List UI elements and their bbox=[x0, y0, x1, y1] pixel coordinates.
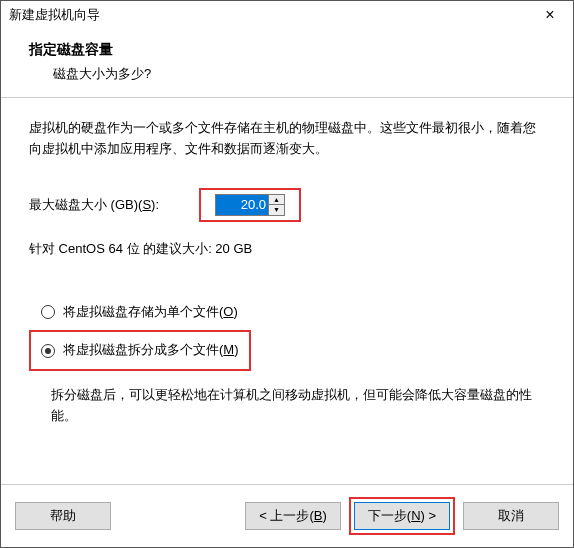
back-button[interactable]: < 上一步(B) bbox=[245, 502, 341, 530]
page-title: 指定磁盘容量 bbox=[29, 41, 545, 59]
spinner-down-icon[interactable]: ▼ bbox=[269, 205, 284, 215]
recommended-size-text: 针对 CentOS 64 位 的建议大小: 20 GB bbox=[29, 240, 545, 258]
disk-size-label: 最大磁盘大小 (GB)(S): bbox=[29, 196, 159, 214]
help-button[interactable]: 帮助 bbox=[15, 502, 111, 530]
next-button-highlight: 下一步(N) > bbox=[349, 497, 455, 535]
radio-icon bbox=[41, 344, 55, 358]
radio-multi-label: 将虚拟磁盘拆分成多个文件(M) bbox=[63, 338, 239, 363]
close-icon[interactable]: × bbox=[535, 6, 565, 24]
radio-multi-highlight: 将虚拟磁盘拆分成多个文件(M) bbox=[29, 330, 251, 371]
next-button[interactable]: 下一步(N) > bbox=[354, 502, 450, 530]
split-description: 拆分磁盘后，可以更轻松地在计算机之间移动虚拟机，但可能会降低大容量磁盘的性能。 bbox=[29, 385, 545, 427]
disk-size-input[interactable] bbox=[216, 195, 268, 215]
disk-size-spinner[interactable]: ▲ ▼ bbox=[215, 194, 285, 216]
window-title: 新建虚拟机向导 bbox=[9, 6, 100, 24]
wizard-header: 指定磁盘容量 磁盘大小为多少? bbox=[1, 29, 573, 98]
titlebar: 新建虚拟机向导 × bbox=[1, 1, 573, 29]
page-subtitle: 磁盘大小为多少? bbox=[29, 65, 545, 83]
disk-size-highlight: ▲ ▼ bbox=[199, 188, 301, 222]
disk-storage-options: 将虚拟磁盘存储为单个文件(O) 将虚拟磁盘拆分成多个文件(M) 拆分磁盘后，可以… bbox=[29, 300, 545, 427]
description-text: 虚拟机的硬盘作为一个或多个文件存储在主机的物理磁盘中。这些文件最初很小，随着您向… bbox=[29, 118, 545, 160]
spinner-up-icon[interactable]: ▲ bbox=[269, 195, 284, 205]
radio-single-label: 将虚拟磁盘存储为单个文件(O) bbox=[63, 300, 238, 325]
radio-icon bbox=[41, 305, 55, 319]
content-area: 虚拟机的硬盘作为一个或多个文件存储在主机的物理磁盘中。这些文件最初很小，随着您向… bbox=[1, 98, 573, 447]
spinner-buttons: ▲ ▼ bbox=[268, 195, 284, 215]
radio-multiple-files[interactable]: 将虚拟磁盘拆分成多个文件(M) bbox=[41, 338, 239, 363]
cancel-button[interactable]: 取消 bbox=[463, 502, 559, 530]
button-bar: 帮助 < 上一步(B) 下一步(N) > 取消 bbox=[1, 484, 573, 547]
disk-size-row: 最大磁盘大小 (GB)(S): ▲ ▼ bbox=[29, 188, 545, 222]
radio-single-file[interactable]: 将虚拟磁盘存储为单个文件(O) bbox=[29, 300, 545, 325]
